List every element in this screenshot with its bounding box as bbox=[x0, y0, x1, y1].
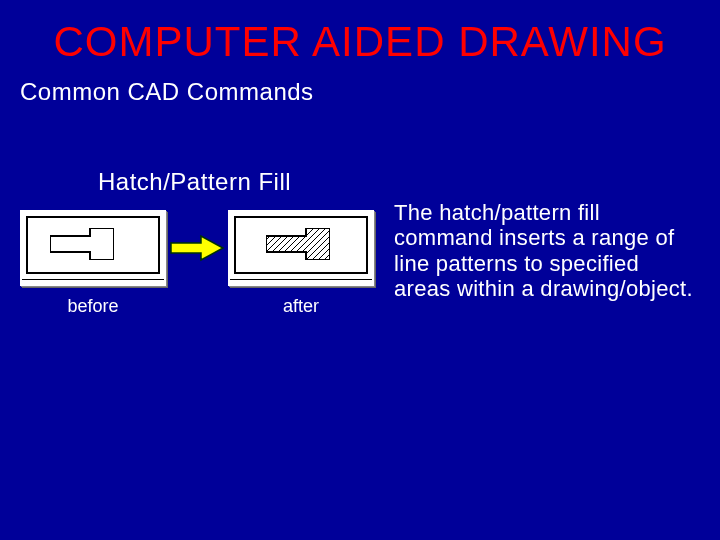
feature-title: Hatch/Pattern Fill bbox=[98, 168, 291, 196]
diagram-labels: before after bbox=[20, 296, 374, 317]
before-diagram bbox=[20, 210, 166, 286]
arrow-icon bbox=[166, 233, 228, 263]
description-text: The hatch/pattern fill command inserts a… bbox=[394, 200, 694, 301]
subtitle: Common CAD Commands bbox=[0, 66, 720, 106]
before-frame bbox=[26, 216, 160, 274]
after-shape-icon bbox=[266, 228, 330, 260]
page-title: COMPUTER AIDED DRAWING bbox=[0, 0, 720, 66]
before-label: before bbox=[20, 296, 166, 317]
diagram-row bbox=[20, 210, 374, 286]
after-frame bbox=[234, 216, 368, 274]
after-label: after bbox=[228, 296, 374, 317]
after-diagram bbox=[228, 210, 374, 286]
before-shape-icon bbox=[50, 228, 114, 260]
